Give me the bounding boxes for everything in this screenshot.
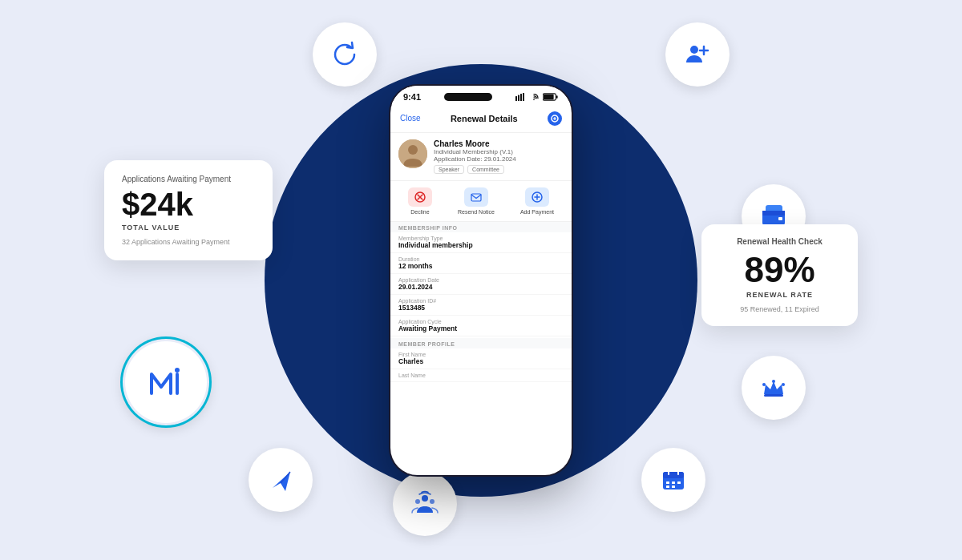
svg-point-7 — [762, 383, 766, 386]
svg-rect-26 — [520, 94, 522, 101]
app-header: Close Renewal Details — [390, 105, 572, 133]
resend-label: Resend Notice — [458, 209, 495, 215]
svg-rect-31 — [544, 94, 554, 99]
svg-rect-40 — [471, 194, 481, 201]
refresh-icon-circle[interactable] — [313, 22, 377, 87]
member-app-date: Application Date: 29.01.2024 — [434, 155, 564, 163]
payment-apps-count: 32 Applications Awaiting Payment — [122, 238, 255, 246]
screen-title: Renewal Details — [451, 114, 518, 123]
info-app-date: Application Date 29.01.2024 — [390, 274, 572, 295]
svg-rect-16 — [677, 481, 681, 484]
profile-last-name: Last Name — [390, 369, 572, 382]
health-percent: 89% — [719, 252, 840, 288]
phone-shell: 9:41 Close Renewal Details — [389, 84, 573, 477]
svg-rect-30 — [556, 95, 558, 99]
avatar — [398, 139, 427, 168]
svg-point-20 — [415, 499, 420, 504]
crown-icon-circle[interactable] — [742, 356, 806, 420]
svg-rect-14 — [666, 481, 669, 484]
payment-total-label: TOTAL VALUE — [122, 224, 255, 232]
decline-label: Decline — [410, 209, 429, 215]
info-app-cycle: Application Cycle Awaiting Payment — [390, 316, 572, 336]
profile-section-label: MEMBER PROFILE — [390, 338, 572, 348]
info-app-id: Application ID# 1513485 — [390, 295, 572, 316]
group-icon-circle[interactable] — [393, 472, 457, 536]
info-membership-type: Membership Type Individual membership — [390, 232, 572, 253]
tag-committee: Committee — [467, 165, 504, 174]
health-card: Renewal Health Check 89% RENEWAL RATE 95… — [701, 224, 858, 326]
svg-rect-5 — [778, 217, 782, 220]
phone-mockup: 9:41 Close Renewal Details — [389, 84, 573, 477]
resend-icon — [464, 187, 488, 207]
ai-icon-circle[interactable] — [123, 339, 209, 425]
svg-rect-6 — [764, 394, 783, 397]
action-buttons: Decline Resend Notice Add Payment — [390, 181, 572, 222]
svg-rect-15 — [672, 481, 675, 484]
resend-button[interactable]: Resend Notice — [458, 187, 495, 215]
add-payment-label: Add Payment — [520, 209, 554, 215]
menu-button[interactable] — [548, 111, 562, 126]
svg-rect-18 — [672, 485, 675, 488]
svg-point-9 — [772, 380, 775, 383]
status-time: 9:41 — [403, 92, 421, 102]
decline-button[interactable]: Decline — [408, 187, 432, 215]
status-bar: 9:41 — [390, 86, 572, 105]
payment-card-title: Applications Awaiting Payment — [122, 175, 255, 183]
member-details: Charles Moore Individual Membership (V.1… — [434, 139, 564, 174]
member-type: Individual Membership (V.1) — [434, 148, 564, 155]
health-card-title: Renewal Health Check — [719, 237, 840, 246]
calendar-icon-circle[interactable] — [641, 448, 705, 512]
health-stats: 95 Renewed, 11 Expired — [719, 305, 840, 313]
svg-point-19 — [422, 495, 428, 502]
send-icon-circle[interactable] — [249, 448, 313, 512]
dynamic-island — [444, 93, 492, 101]
svg-rect-24 — [515, 96, 517, 101]
membership-section-label: MEMBERSHIP INFO — [390, 222, 572, 232]
close-button[interactable]: Close — [400, 114, 421, 123]
add-user-icon-circle[interactable] — [665, 22, 730, 87]
svg-point-36 — [408, 145, 418, 155]
svg-rect-25 — [518, 95, 519, 101]
svg-rect-27 — [523, 93, 524, 101]
payment-amount: $24k — [122, 188, 255, 220]
svg-rect-11 — [663, 472, 684, 478]
svg-rect-17 — [666, 485, 669, 488]
tag-speaker: Speaker — [434, 165, 464, 174]
svg-point-8 — [782, 383, 785, 386]
svg-point-21 — [430, 499, 435, 504]
add-payment-icon — [525, 187, 549, 207]
decline-icon — [408, 187, 432, 207]
payment-card: Applications Awaiting Payment $24k TOTAL… — [104, 160, 273, 260]
health-rate-label: RENEWAL RATE — [719, 291, 840, 299]
svg-rect-4 — [762, 211, 785, 216]
member-info: Charles Moore Individual Membership (V.1… — [390, 133, 572, 181]
profile-first-name: First Name Charles — [390, 348, 572, 369]
phone-screen: 9:41 Close Renewal Details — [390, 86, 572, 475]
status-icons — [515, 93, 559, 101]
svg-point-0 — [690, 46, 698, 54]
svg-point-23 — [175, 368, 180, 373]
member-tags: Speaker Committee — [434, 165, 564, 174]
svg-point-28 — [533, 99, 535, 100]
add-payment-button[interactable]: Add Payment — [520, 187, 554, 215]
member-name: Charles Moore — [434, 139, 564, 148]
info-duration: Duration 12 months — [390, 253, 572, 274]
